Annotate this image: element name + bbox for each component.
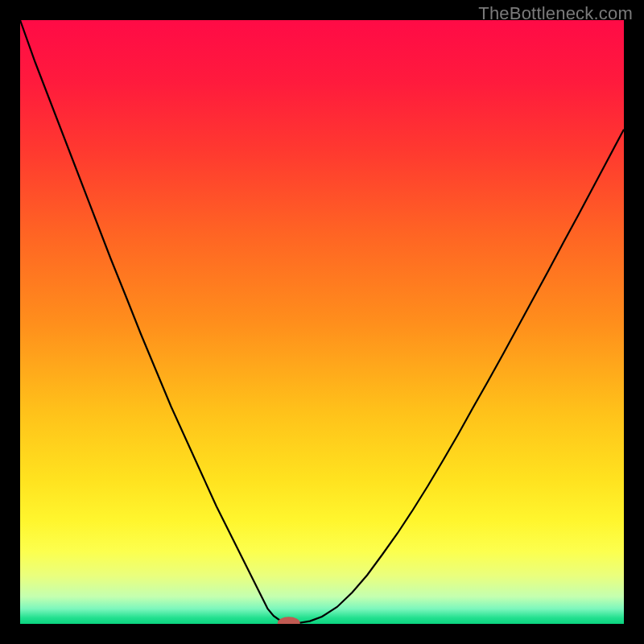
chart-frame: TheBottleneck.com [0, 0, 644, 644]
bottleneck-chart [0, 0, 644, 644]
optimal-point-marker [278, 617, 300, 630]
watermark-text: TheBottleneck.com [478, 3, 633, 24]
gradient-background [20, 20, 624, 624]
